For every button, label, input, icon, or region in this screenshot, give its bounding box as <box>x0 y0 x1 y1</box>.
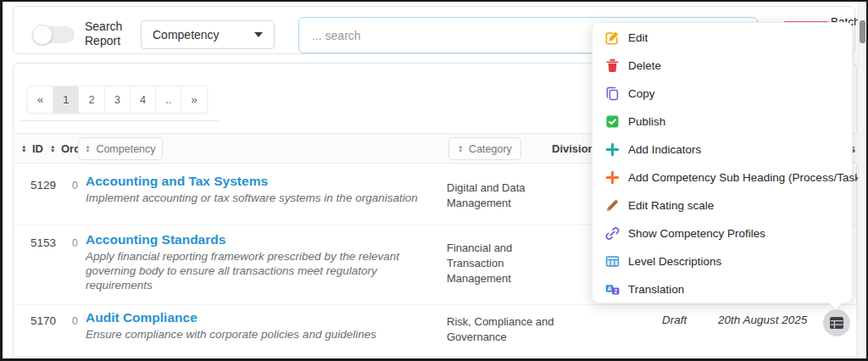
grid-menu-icon <box>829 316 844 330</box>
competency-description: Apply financial reporting framework pres… <box>86 249 418 292</box>
toggle-knob-icon <box>32 25 53 45</box>
svg-text:2: 2 <box>614 288 617 294</box>
dropdown-value: Competency <box>153 28 220 42</box>
pagination-next[interactable]: » <box>181 86 207 114</box>
menu-item-label: Edit Rating scale <box>628 199 714 212</box>
sort-competency-icon <box>85 145 90 153</box>
trash-icon <box>605 58 620 73</box>
pagination-page-2[interactable]: 2 <box>78 86 104 114</box>
copy-icon <box>605 86 620 101</box>
sort-id-icon[interactable] <box>21 144 26 153</box>
row-order: 0 <box>72 180 78 192</box>
competency-link[interactable]: Audit Compliance <box>86 310 198 325</box>
menu-item-publish[interactable]: Publish <box>593 108 852 136</box>
menu-item-level-descriptions[interactable]: Level Descriptions <box>593 247 852 275</box>
divider <box>19 120 219 121</box>
row-category: Risk, Compliance and Governance <box>447 314 567 345</box>
competency-description: Implement accounting or tax software sys… <box>86 191 476 205</box>
menu-item-label: Copy <box>628 87 655 100</box>
competency-description: Ensure compliance with corporate policie… <box>86 327 450 342</box>
row-order: 0 <box>72 237 78 249</box>
competency-filter-button[interactable]: Competency <box>78 137 163 160</box>
row-category: Financial and Transaction Management <box>447 241 530 286</box>
menu-item-add-sub-heading[interactable]: Add Competency Sub Heading (Process/Task… <box>593 164 852 192</box>
divider <box>14 357 857 358</box>
search-report-toggle[interactable] <box>34 26 75 43</box>
column-header-id: ID <box>32 142 43 155</box>
scrollbar-thumb[interactable] <box>860 20 865 43</box>
plus-icon <box>605 170 620 185</box>
menu-item-translation[interactable]: A 2 Translation <box>593 275 852 303</box>
pagination-page-1[interactable]: 1 <box>53 86 79 114</box>
menu-item-edit[interactable]: Edit <box>593 24 852 52</box>
menu-item-label: Translation <box>628 283 684 296</box>
menu-item-label: Publish <box>628 115 665 128</box>
divider <box>14 304 857 305</box>
column-header-division: Division <box>552 142 595 155</box>
menu-item-label: Level Descriptions <box>628 255 721 268</box>
menu-item-copy[interactable]: Copy <box>593 80 852 108</box>
row-actions-button[interactable] <box>823 309 850 336</box>
pagination-page-4[interactable]: 4 <box>130 86 156 114</box>
menu-item-show-profiles[interactable]: Show Competency Profiles <box>593 219 852 247</box>
translation-icon: A 2 <box>605 282 620 297</box>
row-id: 5129 <box>31 179 56 192</box>
menu-item-label: Add Competency Sub Heading (Process/Task… <box>628 171 864 184</box>
row-id: 5153 <box>31 236 56 249</box>
pagination-ellipsis[interactable]: .. <box>155 86 181 114</box>
row-category: Digital and Data Management <box>447 180 542 211</box>
app-window: Search Report Competency Batch « 1 2 3 4… <box>0 0 868 361</box>
svg-text:A: A <box>608 286 612 292</box>
pencil-icon <box>605 198 620 213</box>
sort-category-icon <box>458 145 463 153</box>
column-header-competency: Competency <box>96 143 155 155</box>
competency-link[interactable]: Accounting Standards <box>86 232 225 247</box>
row-id: 5170 <box>31 314 56 327</box>
chevron-down-icon <box>254 32 263 37</box>
competency-type-dropdown[interactable]: Competency <box>141 20 275 49</box>
competency-link[interactable]: Accounting and Tax Systems <box>86 174 268 189</box>
menu-item-delete[interactable]: Delete <box>593 52 852 80</box>
menu-item-label: Show Competency Profiles <box>628 227 765 240</box>
sort-order-icon[interactable] <box>50 144 55 153</box>
pagination-prev[interactable]: « <box>27 86 53 114</box>
menu-item-add-indicators[interactable]: Add Indicators <box>593 136 852 164</box>
column-header-category: Category <box>469 143 512 155</box>
row-order: 0 <box>72 315 78 327</box>
search-report-label: Search Report <box>85 19 146 48</box>
row-date: 20th August 2025 <box>718 314 807 326</box>
link-icon <box>605 226 620 241</box>
scrollbar[interactable] <box>858 2 866 358</box>
status-badge: Draft <box>662 314 687 326</box>
menu-item-label: Add Indicators <box>628 143 701 156</box>
plus-icon <box>605 142 620 157</box>
table-grid-icon <box>605 254 620 269</box>
menu-item-label: Edit <box>628 31 648 44</box>
menu-item-edit-rating-scale[interactable]: Edit Rating scale <box>593 192 852 219</box>
edit-icon <box>605 31 620 45</box>
pagination-page-3[interactable]: 3 <box>104 86 131 114</box>
menu-item-label: Delete <box>628 59 661 72</box>
row-context-menu: Edit Delete Copy <box>592 22 853 303</box>
publish-check-icon <box>605 114 620 129</box>
pagination: « 1 2 3 4 .. » <box>27 86 208 114</box>
category-filter-button[interactable]: Category <box>448 137 521 160</box>
